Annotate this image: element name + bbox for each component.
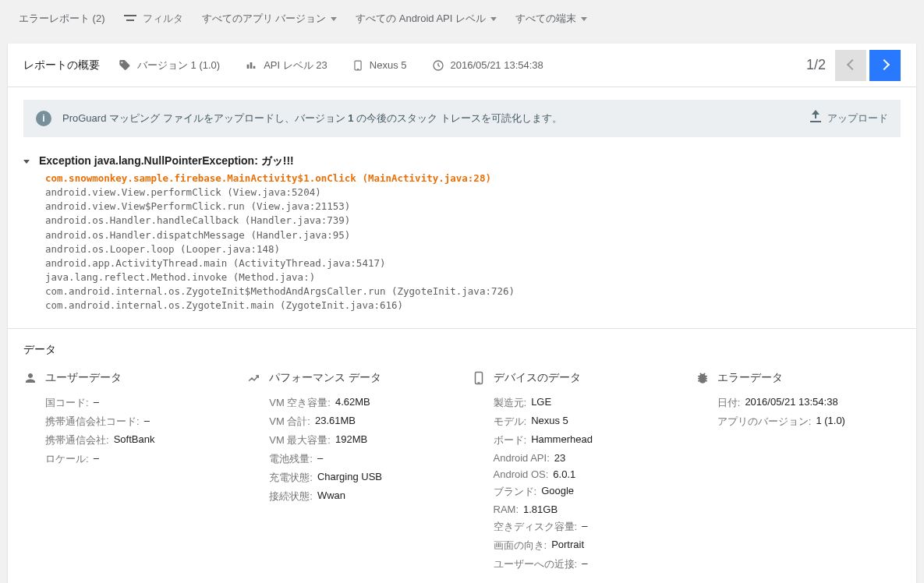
data-row: VM 合計:23.61MB [269,415,452,429]
data-value: – [144,415,150,429]
data-row: ユーザーへの近接:– [494,557,677,571]
summary-title: レポートの概要 [23,58,100,72]
perf-data-column: パフォーマンス データ VM 空き容量:4.62MBVM 合計:23.61MBV… [247,369,452,576]
device-dropdown[interactable]: すべての端末 [515,12,587,26]
filter-bar: エラーレポート (2) フィルタ すべてのアプリ バージョン すべての Andr… [0,0,924,37]
data-value: 1.81GB [523,504,558,515]
banner-text-after: の今後のスタック トレースを可読化します。 [353,112,561,124]
data-row: RAM:1.81GB [494,504,677,515]
chevron-right-icon [880,59,890,71]
api-level-dropdown[interactable]: すべての Android API レベル [356,12,497,26]
api-value: API レベル 23 [264,58,327,72]
api-chip: API レベル 23 [245,58,327,72]
chevron-down-icon[interactable] [23,160,30,164]
data-row: 製造元:LGE [494,396,677,410]
data-value: 1 (1.0) [816,415,845,429]
app-version-label: すべてのアプリ バージョン [202,12,327,26]
data-key: VM 空き容量: [269,396,331,410]
data-row: 携帯通信会社:SoftBank [45,433,228,447]
data-row: Android OS:6.0.1 [494,468,677,480]
info-icon: i [36,111,51,126]
banner-text-before: ProGuard マッピング ファイルをアップロードし、バージョン [62,112,348,124]
data-key: 携帯通信会社コード: [45,415,140,429]
stacktrace-lines: android.view.View.performClick (View.jav… [45,186,515,311]
info-banner: i ProGuard マッピング ファイルをアップロードし、バージョン 1 の今… [23,100,901,137]
data-row: 日付:2016/05/21 13:54:38 [717,396,901,410]
data-key: ブランド: [494,485,537,499]
stacktrace-section: Exception java.lang.NullPointerException… [8,150,916,329]
data-value: Nexus 5 [531,415,568,429]
data-value: – [94,452,99,466]
phone-icon [472,371,486,385]
exception-title: Exception java.lang.NullPointerException… [39,154,294,168]
data-row: 充電状態:Charging USB [269,471,452,485]
data-key: 日付: [717,396,741,410]
data-key: 画面の向き: [494,539,547,553]
next-button[interactable] [869,50,901,81]
stacktrace-highlight: com.snowmonkey.sample.firebase.MainActiv… [45,172,491,184]
user-data-column: ユーザーデータ 国コード:–携帯通信会社コード:–携帯通信会社:SoftBank… [23,369,228,576]
data-value: 192MB [335,433,367,447]
error-data-column: エラーデータ 日付:2016/05/21 13:54:38アプリのバージョン:1… [696,369,901,576]
data-row: 画面の向き:Portrait [494,539,677,553]
data-value: – [94,396,99,410]
data-row: ロケール:– [45,452,228,466]
data-value: Google [541,485,574,499]
data-value: Portrait [551,539,584,553]
app-version-dropdown[interactable]: すべてのアプリ バージョン [202,12,338,26]
data-key: アプリのバージョン: [717,415,812,429]
data-key: ユーザーへの近接: [494,557,578,571]
chevron-down-icon [490,17,497,21]
api-icon [245,59,257,72]
data-key: 製造元: [494,396,527,410]
data-key: VM 合計: [269,415,310,429]
device-label: すべての端末 [515,12,576,26]
data-row: 電池残量:– [269,452,452,466]
data-value: 2016/05/21 13:54:38 [745,396,837,410]
tag-icon [119,59,131,72]
data-key: Android OS: [494,468,549,480]
version-value: バージョン 1 (1.0) [137,58,220,72]
data-row: VM 最大容量:192MB [269,433,452,447]
summary-bar: レポートの概要 バージョン 1 (1.0) API レベル 23 Nexus 5… [8,44,916,87]
data-key: 携帯通信会社: [45,433,109,447]
data-row: ボード:Hammerhead [494,433,677,447]
data-key: ボード: [494,433,527,447]
perf-data-title: パフォーマンス データ [269,371,381,385]
data-row: アプリのバージョン:1 (1.0) [717,415,901,429]
data-row: モデル:Nexus 5 [494,415,677,429]
bug-icon [696,371,710,385]
filter-label: フィルタ [124,12,183,26]
data-value: – [317,452,323,466]
stacktrace: com.snowmonkey.sample.firebase.MainActiv… [45,171,901,313]
data-value: Hammerhead [531,433,593,447]
data-row: Android API:23 [494,452,677,464]
device-value: Nexus 5 [370,59,407,71]
page-title: エラーレポート (2) [19,12,105,26]
data-value: – [582,557,587,571]
data-row: 携帯通信会社コード:– [45,415,228,429]
prev-button[interactable] [835,50,866,81]
clock-icon [432,59,444,72]
version-chip: バージョン 1 (1.0) [119,58,220,72]
data-value: 4.62MB [335,396,370,410]
data-row: VM 空き容量:4.62MB [269,396,452,410]
data-value: 23 [554,452,565,464]
data-section: データ ユーザーデータ 国コード:–携帯通信会社コード:–携帯通信会社:Soft… [8,329,916,583]
chevron-down-icon [581,17,587,21]
trending-icon [247,371,261,385]
data-key: ロケール: [45,452,89,466]
device-chip: Nexus 5 [352,59,407,72]
data-value: SoftBank [114,433,155,447]
data-key: 電池残量: [269,452,313,466]
user-data-title: ユーザーデータ [45,371,122,385]
filter-icon [124,14,136,23]
device-data-title: デバイスのデータ [494,371,581,385]
data-key: 国コード: [45,396,89,410]
chevron-left-icon [846,59,856,71]
data-key: 充電状態: [269,471,313,485]
upload-button[interactable]: アップロード [810,111,888,125]
data-key: VM 最大容量: [269,433,331,447]
data-value: Charging USB [317,471,382,485]
data-row: ブランド:Google [494,485,677,499]
